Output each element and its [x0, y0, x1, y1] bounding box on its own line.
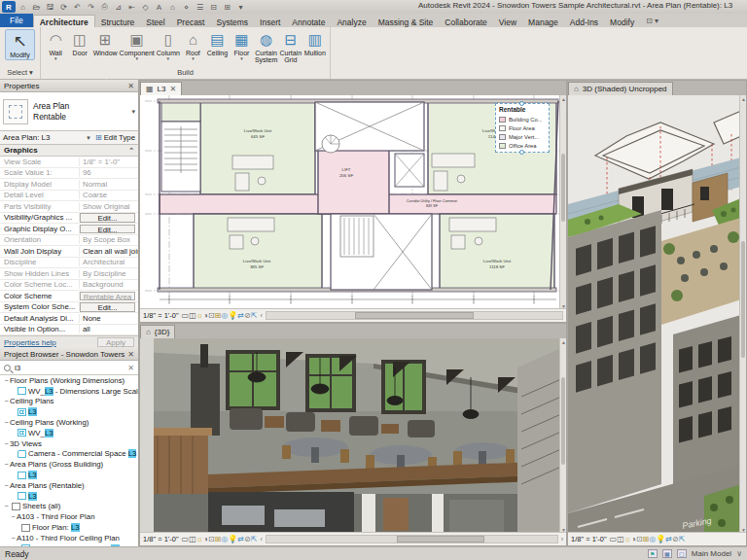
collapse-icon[interactable]: − — [3, 398, 10, 404]
detail-level-icon[interactable]: ◫ — [189, 535, 196, 543]
curtain-system-button[interactable]: ◍Curtain System — [254, 28, 278, 65]
column-button[interactable]: ▯Column▾ — [156, 28, 181, 62]
collapse-icon[interactable]: − — [3, 377, 10, 384]
apply-button[interactable]: Apply — [97, 337, 134, 347]
sync-icon[interactable]: ⟳ — [57, 1, 70, 13]
chevron-down-icon[interactable]: ▼ — [86, 135, 91, 141]
clear-search-icon[interactable]: ✕ — [127, 364, 134, 372]
displace-icon[interactable]: ⇱ — [251, 535, 258, 543]
home-icon[interactable]: ⌂ — [17, 1, 29, 13]
tree-item[interactable]: Floor Plan: L3 — [0, 522, 138, 533]
constraints-icon[interactable]: ⊘ — [244, 535, 251, 543]
active-design-option[interactable]: Main Model — [692, 549, 731, 558]
collapse-icon[interactable]: − — [3, 419, 10, 426]
tree-item[interactable]: −A110 - Third Floor Ceiling Plan — [0, 533, 138, 543]
constraints-icon[interactable]: ⊘ — [672, 535, 679, 543]
collapse-icon[interactable]: − — [3, 440, 10, 447]
open-icon[interactable]: 🗁 — [30, 1, 43, 13]
curtain-grid-button[interactable]: ⊟Curtain Grid — [278, 28, 302, 65]
tree-item[interactable]: Camera - Commercial Space L3 — [0, 449, 138, 460]
plan-horizontal-scrollbar[interactable] — [266, 311, 563, 320]
edit-button[interactable]: Edit... — [80, 302, 135, 312]
tree-item[interactable]: −Ceiling Plans — [0, 397, 138, 407]
aligned-dimension-icon[interactable]: ⇤ — [125, 1, 138, 13]
door-button[interactable]: ◫Door — [68, 28, 92, 57]
sun-path-icon[interactable]: ☼ — [196, 535, 203, 543]
close-tab-icon[interactable]: ✕ — [169, 85, 176, 93]
measure-icon[interactable]: ⊿ — [112, 1, 124, 13]
switch-windows-icon[interactable]: ⊞ — [221, 1, 233, 13]
visual-style-icon[interactable]: ▭ — [182, 535, 190, 543]
section-icon[interactable]: ⋄ — [180, 1, 193, 13]
detail-level-icon[interactable]: ◫ — [617, 535, 624, 543]
view-selector[interactable]: Area Plan: L3 — [3, 133, 86, 142]
interior-canvas[interactable] — [140, 338, 559, 534]
plan-vertical-scrollbar[interactable]: ▲▼ — [559, 95, 566, 310]
worksharing-icon[interactable]: ⇄ — [665, 535, 672, 543]
scale-button[interactable]: 1/8" = 1'-0" — [571, 535, 607, 543]
ribbon-display-toggle[interactable]: ⊡ ▾ — [646, 17, 658, 27]
undo-icon[interactable]: ↶ — [71, 1, 84, 13]
exterior-vertical-scrollbar[interactable]: ▲▼ — [739, 95, 746, 534]
customize-icon[interactable]: ▾ — [234, 1, 247, 13]
edit-type-button[interactable]: Edit Type — [104, 133, 135, 142]
save-icon[interactable]: 🖫 — [44, 1, 56, 13]
tree-item[interactable]: WV_L3 - Dimensions Large Scale — [0, 386, 138, 397]
worksharing-icon[interactable]: ⇄ — [237, 311, 244, 320]
detail-level-icon[interactable]: ◫ — [189, 311, 196, 320]
design-options-icon[interactable]: ▢ — [677, 549, 687, 558]
collapse-icon[interactable]: − — [10, 513, 17, 520]
collapse-icon[interactable]: − — [10, 535, 17, 542]
exterior-canvas[interactable]: Parking — [568, 95, 739, 534]
reveal-hidden-icon[interactable]: 💡 — [228, 535, 237, 543]
drag-handle[interactable] — [519, 150, 524, 155]
scale-button[interactable]: 1/8" = 1'-0" — [143, 311, 179, 320]
interior-vertical-scrollbar[interactable]: ▲▼ — [559, 338, 566, 534]
chevron-down-icon[interactable]: ∨ — [736, 549, 742, 558]
text-icon[interactable]: A — [153, 1, 165, 13]
interior-view-tab[interactable]: ⌂ {3D} — [140, 325, 175, 338]
edit-button[interactable]: Rentable Area — [80, 292, 135, 301]
collapse-icon[interactable]: ⌃ — [128, 147, 134, 155]
collapse-icon[interactable]: − — [3, 503, 10, 509]
type-selector[interactable]: Area Plan Rentable ▾ — [0, 92, 138, 131]
ceiling-button[interactable]: ▤Ceiling — [205, 28, 230, 57]
mullion-button[interactable]: ▥Mullion — [302, 28, 327, 57]
graphics-section-header[interactable]: Graphics ⌃ — [0, 145, 138, 157]
interior-horizontal-scrollbar[interactable] — [266, 535, 558, 543]
tree-item[interactable]: −3D Views — [0, 438, 138, 449]
crop-view-icon[interactable]: ⊡ — [636, 535, 643, 543]
crop-view-icon[interactable]: ⊡ — [208, 311, 215, 320]
tree-item[interactable]: L3 — [0, 470, 138, 480]
scroll-right-icon[interactable]: › — [561, 536, 563, 542]
sun-path-icon[interactable]: ☼ — [624, 535, 631, 543]
plan-canvas[interactable]: Live/Work Unit645 SF Live/Work Unit1148 … — [140, 95, 559, 310]
tree-item[interactable]: −A103 - Third Floor Plan — [0, 511, 138, 522]
tab-architecture[interactable]: Architecture — [33, 15, 95, 28]
collapse-icon[interactable]: − — [3, 482, 10, 489]
exterior-view-tab[interactable]: ⌂ 3D (Shaded) Uncropped — [568, 82, 673, 95]
plan-view-tab[interactable]: ▦ L3 ✕ — [140, 82, 182, 95]
visual-style-icon[interactable]: ▭ — [182, 311, 190, 320]
tree-item[interactable]: −Floor Plans (Working Dimensions) — [0, 375, 138, 386]
worksharing-display-icon[interactable]: ⚑ — [648, 549, 658, 558]
component-button[interactable]: ▣Component▾ — [119, 28, 156, 62]
tree-item[interactable]: WV_L3 — [0, 428, 138, 438]
constraints-icon[interactable]: ⊘ — [244, 311, 251, 320]
reveal-hidden-icon[interactable]: 💡 — [656, 535, 665, 543]
print-icon[interactable]: ⎙ — [98, 1, 111, 13]
collapse-icon[interactable]: − — [3, 461, 10, 468]
wall-button[interactable]: ◠Wall▾ — [44, 28, 68, 62]
browser-search-box[interactable]: l3 ✕ — [0, 361, 138, 375]
properties-help-link[interactable]: Properties help — [4, 338, 56, 347]
tree-item[interactable]: L3 — [0, 406, 138, 417]
close-icon[interactable]: ✕ — [127, 350, 134, 359]
roof-button[interactable]: ⌂Roof▾ — [181, 28, 205, 62]
close-hidden-icon[interactable]: ⊟ — [207, 1, 220, 13]
edit-button[interactable]: Edit... — [80, 225, 135, 234]
modify-button[interactable]: ↖ Modify — [5, 29, 35, 60]
close-icon[interactable]: ✕ — [127, 82, 134, 90]
revit-logo-icon[interactable]: R — [2, 1, 16, 13]
thin-lines-icon[interactable]: ☰ — [194, 1, 206, 13]
color-fill-legend[interactable]: Rentable Building Co...Floor AreaMajor V… — [495, 103, 550, 153]
